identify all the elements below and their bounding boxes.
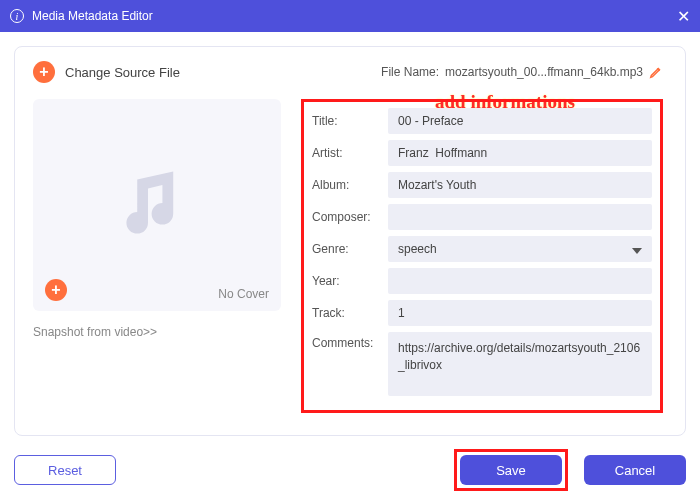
- row-genre: Genre:: [312, 236, 652, 262]
- row-artist: Artist:: [312, 140, 652, 166]
- genre-input[interactable]: [388, 236, 652, 262]
- no-cover-label: No Cover: [218, 287, 269, 301]
- cover-column: + No Cover Snapshot from video>>: [33, 99, 281, 413]
- row-comments: Comments:: [312, 332, 652, 396]
- footer: Reset Save Cancel: [14, 449, 686, 491]
- plus-icon[interactable]: +: [33, 61, 55, 83]
- save-button[interactable]: Save: [460, 455, 562, 485]
- row-year: Year:: [312, 268, 652, 294]
- row-track: Track:: [312, 300, 652, 326]
- reset-button[interactable]: Reset: [14, 455, 116, 485]
- save-highlight-box: Save: [454, 449, 568, 491]
- change-source-label: Change Source File: [65, 65, 180, 80]
- main-row: + No Cover Snapshot from video>> Title: …: [33, 99, 663, 413]
- file-name-label: File Name:: [381, 65, 439, 79]
- track-input[interactable]: [388, 300, 652, 326]
- row-composer: Composer:: [312, 204, 652, 230]
- title-input[interactable]: [388, 108, 652, 134]
- change-source[interactable]: + Change Source File: [33, 61, 180, 83]
- row-album: Album:: [312, 172, 652, 198]
- file-name-value: mozartsyouth_00...ffmann_64kb.mp3: [445, 65, 643, 79]
- music-icon: [112, 158, 202, 252]
- year-input[interactable]: [388, 268, 652, 294]
- snapshot-link[interactable]: Snapshot from video>>: [33, 325, 157, 339]
- composer-label: Composer:: [312, 210, 388, 224]
- artist-label: Artist:: [312, 146, 388, 160]
- artist-input[interactable]: [388, 140, 652, 166]
- form-column: Title: Artist: Album: Composer:: [301, 99, 663, 413]
- track-label: Track:: [312, 306, 388, 320]
- window-title: Media Metadata Editor: [32, 9, 677, 23]
- comments-input[interactable]: [388, 332, 652, 396]
- file-name: File Name: mozartsyouth_00...ffmann_64kb…: [381, 65, 663, 79]
- body: + Change Source File File Name: mozartsy…: [0, 32, 700, 501]
- pencil-icon[interactable]: [649, 65, 663, 79]
- titlebar[interactable]: i Media Metadata Editor ✕: [0, 0, 700, 32]
- info-icon: i: [10, 9, 24, 23]
- genre-select[interactable]: [388, 236, 652, 262]
- comments-label: Comments:: [312, 332, 388, 350]
- add-cover-button[interactable]: +: [45, 279, 67, 301]
- top-row: + Change Source File File Name: mozartsy…: [33, 61, 663, 83]
- form-highlight-box: Title: Artist: Album: Composer:: [301, 99, 663, 413]
- row-title: Title:: [312, 108, 652, 134]
- year-label: Year:: [312, 274, 388, 288]
- genre-label: Genre:: [312, 242, 388, 256]
- cancel-button[interactable]: Cancel: [584, 455, 686, 485]
- cover-box: + No Cover: [33, 99, 281, 311]
- album-input[interactable]: [388, 172, 652, 198]
- composer-input[interactable]: [388, 204, 652, 230]
- album-label: Album:: [312, 178, 388, 192]
- title-label: Title:: [312, 114, 388, 128]
- close-icon[interactable]: ✕: [677, 7, 690, 26]
- card: + Change Source File File Name: mozartsy…: [14, 46, 686, 436]
